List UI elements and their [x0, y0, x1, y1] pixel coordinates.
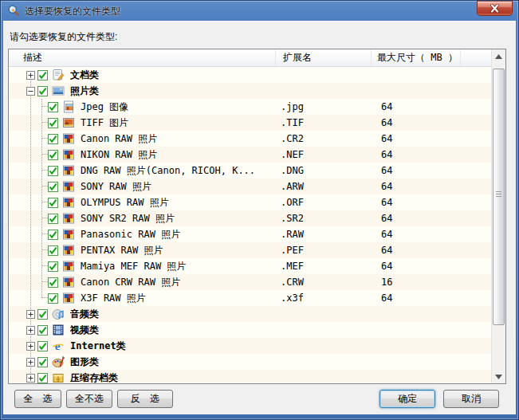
raw-photo-file-icon: [62, 244, 75, 257]
invert-selection-button[interactable]: 反 选: [117, 390, 173, 408]
row-checkbox[interactable]: [48, 166, 58, 176]
tree-line: [41, 99, 42, 298]
row-extension: .CR2: [281, 131, 304, 147]
row-checkbox[interactable]: [48, 134, 58, 144]
tree-expander[interactable]: [26, 358, 35, 367]
row-checkbox[interactable]: [48, 230, 58, 240]
table-row[interactable]: Canon RAW 照片 .CR2 64: [9, 131, 493, 147]
row-label: Internet类: [70, 340, 126, 353]
header-filler: [461, 49, 491, 66]
row-label: Jpeg 图像: [81, 100, 128, 114]
table-row[interactable]: OLYMPUS RAW 照片 .ORF 64: [9, 194, 493, 210]
row-label: PENTAX RAW 照片: [81, 244, 163, 257]
row-max-size: 64: [381, 99, 392, 115]
header-description[interactable]: 描述: [9, 49, 276, 66]
table-row[interactable]: 视频类: [9, 322, 493, 338]
row-label: Canon RAW 照片: [81, 132, 157, 146]
row-extension: .MEF: [281, 258, 304, 274]
row-label: 图形类: [70, 355, 99, 369]
table-row[interactable]: 压缩存档类: [9, 370, 493, 384]
scroll-down-arrow[interactable]: [492, 370, 505, 383]
tree-expander[interactable]: [26, 342, 35, 351]
raw-photo-file-icon: [62, 196, 75, 209]
row-max-size: 64: [381, 258, 392, 274]
table-row[interactable]: SONY SR2 RAW 照片 .SR2 64: [9, 210, 493, 226]
tree-line: [41, 265, 48, 266]
table-row[interactable]: 文档类: [9, 67, 493, 83]
row-label: 音频类: [70, 308, 99, 321]
document-category-icon: [52, 69, 65, 81]
select-all-button[interactable]: 全 选: [14, 390, 61, 408]
vertical-scrollbar[interactable]: [491, 49, 505, 383]
graphics-category-icon: [52, 355, 65, 368]
header-max-size[interactable]: 最大尺寸（ MB ）: [372, 49, 461, 66]
table-row[interactable]: DNG RAW 照片(Canon, RICOH, K... .DNG 64: [9, 163, 493, 179]
close-button[interactable]: [477, 1, 513, 16]
row-max-size: 64: [381, 194, 392, 210]
table-row[interactable]: Canon CRW RAW 照片 .CRW 16: [9, 274, 493, 290]
table-row[interactable]: 照片类: [9, 83, 493, 99]
tiff-file-icon: [62, 116, 75, 129]
row-checkbox[interactable]: [48, 293, 58, 304]
row-checkbox[interactable]: [37, 341, 48, 351]
table-row[interactable]: NIKON RAW 照片 .NEF 64: [9, 147, 493, 163]
tree-expander[interactable]: [26, 310, 35, 319]
row-max-size: 64: [381, 179, 392, 194]
table-row[interactable]: TIFF 图片 .TIF 64: [9, 115, 493, 131]
row-checkbox[interactable]: [48, 118, 58, 128]
table-row[interactable]: Panasonic RAW 照片 .RAW 64: [9, 226, 493, 242]
row-checkbox[interactable]: [48, 261, 58, 272]
row-checkbox[interactable]: [37, 309, 48, 320]
row-checkbox[interactable]: [48, 214, 58, 224]
row-checkbox[interactable]: [37, 373, 48, 383]
row-checkbox[interactable]: [48, 277, 58, 288]
scroll-up-arrow[interactable]: [492, 49, 505, 63]
tree-expander[interactable]: [26, 87, 35, 96]
video-category-icon: [52, 324, 65, 336]
archive-category-icon: [52, 371, 65, 384]
tree-expander[interactable]: [26, 326, 35, 335]
row-checkbox[interactable]: [37, 70, 48, 80]
tree-expander[interactable]: [26, 374, 35, 383]
row-max-size: 16: [381, 274, 392, 290]
tree-line: [41, 202, 48, 202]
row-label: SONY SR2 RAW 照片: [81, 212, 175, 226]
table-row[interactable]: X3F RAW 照片 .x3f 64: [9, 290, 493, 306]
ok-button[interactable]: 确定: [379, 390, 435, 408]
table-row[interactable]: 音频类: [9, 306, 493, 322]
table-row[interactable]: Jpeg 图像 .jpg 64: [9, 99, 493, 115]
row-checkbox[interactable]: [48, 150, 58, 160]
table-row[interactable]: e Internet类: [9, 338, 493, 354]
tree-line: [41, 234, 48, 234]
table-row[interactable]: 图形类: [9, 354, 493, 370]
tree-expander[interactable]: [26, 71, 35, 80]
row-label: TIFF 图片: [81, 116, 128, 130]
table-row[interactable]: PENTAX RAW 照片 .PEF 64: [9, 242, 493, 258]
row-label: OLYMPUS RAW 照片: [81, 196, 169, 210]
cancel-button[interactable]: 取消: [443, 390, 499, 408]
tree-line: [41, 154, 48, 155]
row-max-size: 64: [381, 131, 392, 147]
row-checkbox[interactable]: [48, 245, 58, 256]
internet-category-icon: e: [52, 340, 65, 352]
row-checkbox[interactable]: [37, 357, 48, 367]
scrollbar-thumb[interactable]: [493, 69, 505, 325]
row-checkbox[interactable]: [37, 86, 48, 96]
titlebar[interactable]: 选择要恢复的文件类型: [0, 0, 519, 21]
row-checkbox[interactable]: [48, 102, 58, 112]
row-extension: .SR2: [281, 210, 304, 226]
select-none-button[interactable]: 全不选: [66, 390, 112, 408]
tree-line: [41, 297, 48, 298]
header-extension[interactable]: 扩展名: [276, 49, 372, 66]
table-row[interactable]: SONY RAW 照片 .ARW 64: [9, 179, 493, 194]
row-checkbox[interactable]: [48, 198, 58, 208]
row-extension: .DNG: [281, 163, 304, 179]
tree-line: [41, 122, 48, 123]
tree-line: [41, 249, 48, 250]
list-header: 描述 扩展名 最大尺寸（ MB ）: [9, 49, 491, 67]
row-checkbox[interactable]: [37, 325, 48, 336]
row-max-size: 64: [381, 226, 392, 242]
table-row[interactable]: Mamiya MEF RAW 照片 .MEF 64: [9, 258, 493, 274]
row-checkbox[interactable]: [48, 182, 58, 192]
audio-category-icon: [52, 308, 65, 320]
